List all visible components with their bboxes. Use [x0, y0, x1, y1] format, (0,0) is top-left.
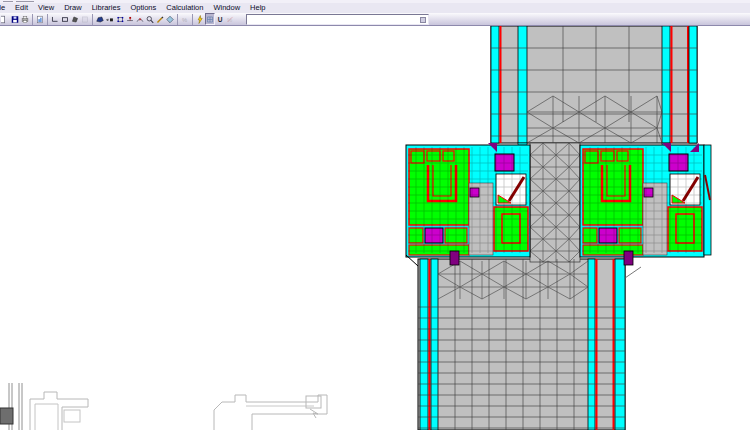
svg-text:U: U: [218, 16, 223, 23]
menu-bar: FileEditViewDrawLibrariesOptionsCalculat…: [0, 3, 750, 13]
cross-section-drawing: [0, 26, 750, 430]
draw-poly-button[interactable]: [70, 13, 80, 25]
report-button[interactable]: [35, 13, 45, 25]
toolbar-separator: [190, 14, 195, 25]
zoom-button[interactable]: [145, 13, 155, 25]
svg-text:%: %: [182, 16, 187, 22]
menu-help[interactable]: Help: [245, 3, 270, 13]
zoom-icon: [146, 14, 154, 25]
fill-void-button[interactable]: [80, 13, 90, 25]
bc-fill-icon: [96, 14, 104, 25]
print-button[interactable]: [20, 13, 30, 25]
draw-rect-icon: [61, 14, 69, 25]
edit-points-icon: [116, 14, 124, 25]
toolbar-separator: [45, 14, 50, 25]
menu-file[interactable]: File: [0, 3, 10, 13]
u-factor-button[interactable]: U: [215, 13, 225, 25]
calc-flash-button[interactable]: [195, 13, 205, 25]
delete-point-icon: [136, 14, 144, 25]
delete-point-button[interactable]: [135, 13, 145, 25]
percent-small-icon: %: [181, 14, 189, 25]
open-partial-icon: [1, 14, 9, 25]
toolbar-separator: [90, 14, 95, 25]
error-percent-button[interactable]: %: [225, 13, 235, 25]
measure-pencil-icon: [156, 14, 164, 25]
mesh-toggle-button[interactable]: [205, 13, 215, 25]
measure-pencil-button[interactable]: [155, 13, 165, 25]
report-icon: [36, 14, 44, 25]
therm-app-window: { "window": { "menu": ["File","Edit","Vi…: [0, 0, 750, 430]
insert-point-icon: [126, 14, 134, 25]
mesh-toggle-icon: [206, 14, 214, 25]
drawing-canvas[interactable]: [0, 26, 750, 430]
fill-diamond-button[interactable]: [165, 13, 175, 25]
calc-flash-icon: [196, 14, 204, 25]
toolbar-edit-field[interactable]: [246, 14, 429, 25]
fill-void-icon: [81, 14, 89, 25]
print-icon: [21, 14, 29, 25]
percent-small-button[interactable]: %: [180, 13, 190, 25]
menu-window[interactable]: Window: [208, 3, 245, 13]
menu-calculation[interactable]: Calculation: [161, 3, 208, 13]
fill-diamond-icon: [166, 14, 174, 25]
menu-draw[interactable]: Draw: [59, 3, 87, 13]
draw-poly-icon: [71, 14, 79, 25]
toolbar-separator: [30, 14, 35, 25]
insert-point-button[interactable]: [125, 13, 135, 25]
menu-libraries[interactable]: Libraries: [87, 3, 126, 13]
error-percent-icon: %: [226, 14, 234, 25]
edit-points-button[interactable]: [115, 13, 125, 25]
save-icon: [11, 14, 19, 25]
draw-line-button[interactable]: [50, 13, 60, 25]
draw-line-icon: [51, 14, 59, 25]
move-poly-button[interactable]: [105, 13, 115, 25]
menu-view[interactable]: View: [33, 3, 59, 13]
draw-rect-button[interactable]: [60, 13, 70, 25]
u-factor-icon: U: [216, 14, 224, 25]
bc-fill-button[interactable]: [95, 13, 105, 25]
save-button[interactable]: [10, 13, 20, 25]
move-poly-icon: [106, 14, 114, 25]
menu-options[interactable]: Options: [125, 3, 161, 13]
menu-edit[interactable]: Edit: [10, 3, 33, 13]
open-partial-button[interactable]: [0, 13, 10, 25]
edit-field-button[interactable]: [420, 17, 426, 23]
